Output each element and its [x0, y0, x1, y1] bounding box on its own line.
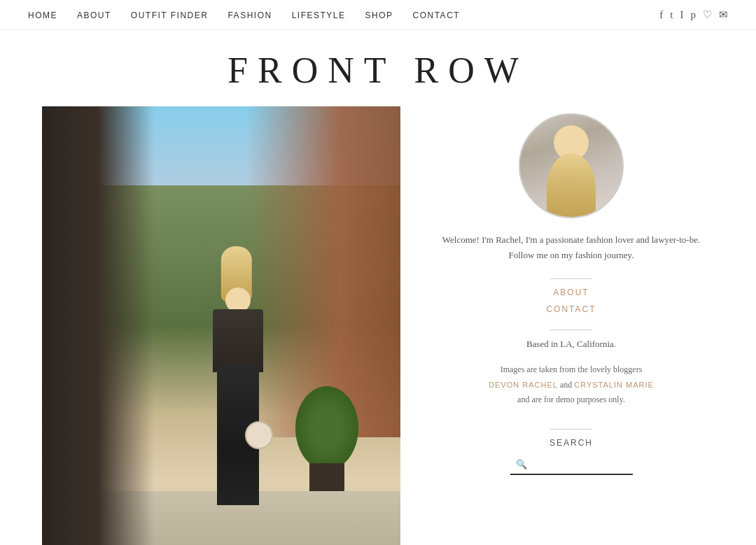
facebook-icon[interactable]: f — [659, 9, 663, 21]
profile-wrap — [428, 113, 714, 218]
location-text: Based in LA, California. — [428, 339, 714, 350]
nav-links: HOME ABOUT OUTFIT FINDER FASHION LIFESTY… — [28, 8, 460, 21]
pinterest-icon[interactable]: p — [691, 9, 696, 21]
figure — [196, 281, 280, 505]
main-image-wrap — [42, 106, 400, 545]
site-title: FRONT ROW — [0, 50, 756, 91]
email-icon[interactable]: ✉ — [719, 8, 728, 21]
image-credit-text: Images are taken from the lovely blogger… — [500, 364, 643, 374]
main-layout: Welcome! I'm Rachel, I'm a passionate fa… — [28, 106, 728, 545]
nav-item-lifestyle[interactable]: LIFESTYLE — [292, 8, 346, 21]
nav-item-contact[interactable]: CONTACT — [413, 8, 461, 21]
nav-link-lifestyle[interactable]: LIFESTYLE — [292, 10, 346, 20]
heart-icon[interactable]: ♡ — [703, 8, 712, 21]
search-icon: 🔍 — [516, 459, 527, 470]
search-label: SEARCH — [550, 438, 593, 448]
profile-bio: Welcome! I'm Rachel, I'm a passionate fa… — [428, 232, 714, 263]
nav-item-about[interactable]: ABOUT — [77, 8, 111, 21]
figure-top — [213, 309, 263, 372]
nav-link-contact[interactable]: CONTACT — [413, 10, 461, 20]
nav-link-shop[interactable]: SHOP — [365, 10, 393, 20]
credit-link-crystalin-marie[interactable]: CRYSTALIN MARIE — [574, 381, 654, 389]
image-credit: Images are taken from the lovely blogger… — [428, 362, 714, 408]
site-title-wrap: FRONT ROW — [0, 30, 756, 106]
search-section: SEARCH 🔍 — [428, 438, 714, 475]
twitter-icon[interactable]: t — [670, 9, 673, 21]
figure-bag — [245, 421, 273, 449]
main-hero-image — [42, 106, 400, 545]
social-icons: f t I p ♡ ✉ — [659, 8, 728, 21]
sidebar-links: ABOUT CONTACT — [428, 288, 714, 314]
avatar — [519, 113, 624, 218]
credit-link-devon-rachel[interactable]: DEVON RACHEL — [489, 381, 558, 389]
credit-suffix: and are for demo purposes only. — [517, 395, 625, 404]
nav-link-home[interactable]: HOME — [28, 10, 57, 20]
nav-item-fashion[interactable]: FASHION — [227, 8, 272, 21]
sidebar: Welcome! I'm Rachel, I'm a passionate fa… — [428, 106, 714, 545]
divider-1 — [550, 278, 592, 279]
nav-item-outfit-finder[interactable]: OUTFIT FINDER — [131, 8, 209, 21]
sidebar-link-about[interactable]: ABOUT — [553, 288, 589, 297]
navigation: HOME ABOUT OUTFIT FINDER FASHION LIFESTY… — [0, 0, 756, 30]
nav-item-shop[interactable]: SHOP — [365, 8, 393, 21]
nav-link-outfit-finder[interactable]: OUTFIT FINDER — [131, 10, 209, 20]
credit-and: and — [558, 380, 574, 390]
divider-2 — [550, 330, 592, 330]
sidebar-link-contact[interactable]: CONTACT — [546, 304, 596, 314]
search-input[interactable] — [510, 455, 633, 475]
nav-link-fashion[interactable]: FASHION — [227, 10, 272, 20]
nav-link-about[interactable]: ABOUT — [77, 10, 111, 20]
instagram-icon[interactable]: I — [680, 9, 684, 21]
nav-item-home[interactable]: HOME — [28, 8, 57, 21]
search-bar-wrap: 🔍 — [510, 455, 633, 475]
divider-3 — [550, 429, 592, 430]
tree-foliage — [295, 386, 358, 470]
